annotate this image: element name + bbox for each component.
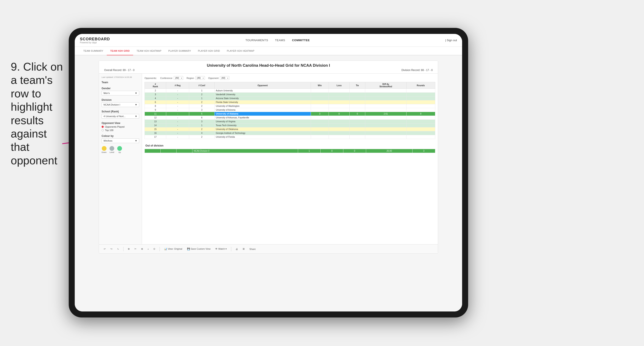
toolbar-redo[interactable]: ↪ [109,247,114,251]
table-row[interactable]: 16-4Georgia Institute of Technology [145,131,435,135]
cell-rank: 8 [145,104,166,108]
nav-committee[interactable]: COMMITTEE [292,39,310,42]
cell-conf: 2 [189,104,214,108]
cell-loss [329,135,350,139]
conference-filter: Conference (All) [160,76,183,80]
toolbar-cut[interactable]: ✂ [133,247,138,251]
colour-field[interactable]: Win/loss ▼ [102,138,139,143]
logo-sub: Powered by clippi [80,41,110,44]
sub-nav: TEAM SUMMARY TEAM H2H GRID TEAM H2H HEAT… [75,47,462,55]
school-field[interactable]: 4 University of Nort... ▼ [102,114,139,119]
cell-diff [365,124,406,127]
dashboard: University of North Carolina Head-to-Hea… [99,60,438,254]
out-of-division-row[interactable]: NCAA Division II 1 0 0 26.00 3 [145,149,435,153]
cell-reg: - [166,93,189,96]
table-row[interactable]: 9-3University of Arizona [145,108,435,112]
opponent-view-section: Opponent View Opponents Played Top 100 [102,122,139,131]
legend-dot-up [117,146,122,151]
table-row[interactable]: 3-2Vanderbilt University [145,93,435,96]
cell-loss [329,127,350,131]
cell-tie [350,135,365,139]
gender-field[interactable]: Men's ▼ [102,91,139,95]
tab-team-h2h-grid[interactable]: TEAM H2H GRID [107,47,133,55]
legend-label-up: Up [118,151,121,153]
cell-loss [329,108,350,112]
cell-reg: - [166,112,189,116]
cell-win [311,120,328,124]
cell-loss [329,89,350,93]
h2h-table: #Rank # Reg # Conf Opponent Win Loss Tie… [144,82,435,139]
tab-player-h2h-grid[interactable]: PLAYER H2H GRID [194,47,224,55]
col-diff: Diff AvStrokes/Rnd [365,82,406,89]
toolbar-circle[interactable]: ⊕ [140,247,144,251]
opponent-select-wrap[interactable]: (All) [220,76,229,80]
gender-section: Gender Men's ▼ [102,87,139,95]
cell-opponent: Auburn University [214,89,311,93]
radio-top-100[interactable]: Top 100 [102,129,139,131]
table-row[interactable]: 14-1Texas Tech University [145,124,435,127]
cell-tie [350,120,365,124]
region-select-wrap[interactable]: (All) [196,76,205,80]
conference-select-wrap[interactable]: (All) [174,76,183,80]
nav-teams[interactable]: TEAMS [275,39,285,42]
toolbar-print[interactable]: 🖨 [234,247,239,251]
tablet-screen: SCOREBOARD Powered by clippi TOURNAMENTS… [75,34,462,312]
cell-tie [350,108,365,112]
tab-player-h2h-heatmap[interactable]: PLAYER H2H HEATMAP [223,47,258,55]
cell-rank: 9 [145,108,166,112]
cell-loss [329,96,350,100]
cell-reg: - [166,100,189,104]
toolbar-back[interactable]: ⤿ [116,247,120,251]
toolbar-target[interactable]: ⊙ [152,247,156,251]
tab-player-summary[interactable]: PLAYER SUMMARY [165,47,194,55]
cell-rounds [406,120,435,124]
table-row[interactable]: 6-2Florida State University [145,100,435,104]
table-row[interactable]: 12-6University of Arkansas, Fayetteville [145,116,435,120]
toolbar-share[interactable]: Share [248,247,257,251]
table-row[interactable]: 2-1Auburn University [145,89,435,93]
table-row[interactable]: 4-1Arizona State University [145,96,435,100]
table-row[interactable]: 17-2University of Florida [145,135,435,139]
cell-diff [365,116,406,120]
cell-reg: - [166,120,189,124]
cell-conf: 1 [189,89,214,93]
toolbar-add[interactable]: ⊕ [126,247,131,251]
cell-opponent: Georgia Institute of Technology [214,131,311,135]
cell-tie [350,131,365,135]
sign-out-link[interactable]: | Sign out [445,39,457,42]
conference-select[interactable]: (All) [174,76,183,80]
cell-rank: 13 [145,120,166,124]
cell-conf: 5 [189,112,214,116]
table-row[interactable]: 15-2University of Oklahoma [145,127,435,131]
tab-team-h2h-heatmap[interactable]: TEAM H2H HEATMAP [133,47,165,55]
cell-reg: - [166,131,189,135]
tab-team-summary[interactable]: TEAM SUMMARY [80,47,107,55]
region-select[interactable]: (All) [196,76,205,80]
toolbar-dot[interactable]: • [146,247,150,251]
filters-row: Opponents: Conference (All) Reg [144,76,435,80]
cell-loss: 0 [329,112,350,116]
radio-opponents-played[interactable]: Opponents Played [102,125,139,128]
cell-opponent: University of Oklahoma [214,127,311,131]
division-field[interactable]: NCAA Division I ▼ [102,102,139,107]
cell-reg: - [166,124,189,127]
opponent-radio-group: Opponents Played Top 100 [102,125,139,131]
ood-tie: 0 [343,149,366,153]
toolbar-save-custom[interactable]: 💾 Save Custom View [186,247,212,251]
toolbar-sep-2 [160,247,160,251]
toolbar-grid[interactable]: ⊞ [241,247,246,251]
opponent-select[interactable]: (All) [220,76,229,80]
table-row[interactable]: 8-2University of Washington [145,104,435,108]
cell-conf: 3 [189,108,214,112]
table-row[interactable]: 13-3University of Virginia [145,120,435,124]
school-section: School (Rank) 4 University of Nort... ▼ [102,110,139,119]
cell-tie [350,124,365,127]
toolbar-watch[interactable]: 👁 Watch ▾ [214,247,228,251]
toolbar-undo[interactable]: ↩ [102,247,107,251]
cell-loss [329,116,350,120]
cell-diff [365,108,406,112]
nav-tournaments[interactable]: TOURNAMENTS [246,39,268,42]
nav-links: TOURNAMENTS TEAMS COMMITTEE [246,39,310,42]
table-row[interactable]: 11-5University of Alabama3002.618 [145,112,435,116]
toolbar-view-original[interactable]: 📊 View: Original [163,247,184,251]
